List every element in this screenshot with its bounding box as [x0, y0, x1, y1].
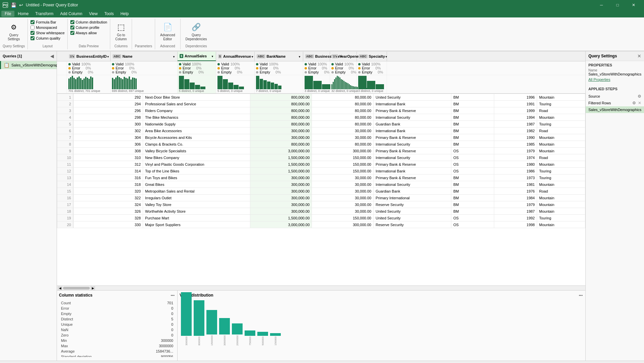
go-to-column-label: Go toColumn	[115, 33, 127, 41]
menu-home[interactable]: Home	[14, 11, 32, 17]
col-header-businessentityid[interactable]: 1²₃ BusinessEntityID	[67, 52, 111, 61]
advanced-editor-button[interactable]: 📄 AdvancedEditor	[158, 20, 177, 43]
col-header-businesstype[interactable]: ABC BusinessType	[303, 52, 330, 61]
query-item-sales[interactable]: 📋 Sales_vStoreWithDemographics	[0, 61, 57, 69]
step-gear-icon[interactable]: ⚙	[632, 101, 636, 105]
val-dist-menu[interactable]: •••	[578, 293, 583, 298]
formula-bar-checkbox[interactable]: Formula Bar	[30, 20, 56, 24]
table-row[interactable]: 10 310 New Bikes Company 1,500,000.00 15…	[57, 154, 585, 161]
query-settings-button[interactable]: ⚙ QuerySettings	[5, 20, 22, 43]
data-rows-container[interactable]: 1 292 Next-Door Bike Store 800,000.00 80…	[57, 94, 585, 286]
chart-name: 699 distinct, 697 unique	[111, 75, 178, 93]
collapse-queries-button[interactable]: ◀	[50, 53, 54, 59]
col-distribution-checkbox[interactable]: Column distribution	[70, 20, 107, 24]
menu-help[interactable]: Help	[117, 11, 132, 17]
all-properties-link[interactable]: All Properties	[588, 77, 610, 82]
always-allow-check[interactable]	[70, 31, 74, 35]
distinct-label-bt: 3 distinct, 0 unique	[305, 89, 328, 93]
menu-tools[interactable]: Tools	[101, 11, 117, 17]
row-number: 1	[57, 94, 73, 101]
column-quality-check[interactable]	[30, 36, 35, 40]
table-row[interactable]: 2 294 Professional Sales and Service 800…	[57, 101, 585, 107]
show-whitespace-checkbox[interactable]: Show whitespace	[30, 31, 65, 35]
col-header-name[interactable]: ABC Name	[111, 52, 178, 61]
table-row[interactable]: 1 292 Next-Door Bike Store 800,000.00 80…	[57, 94, 585, 101]
val-bar-wrapper: 300000	[181, 292, 192, 346]
scroll-left-btn[interactable]: ◀	[58, 286, 62, 290]
table-row[interactable]: 5 300 Nationwide Supply 800,000.00 80,00…	[57, 121, 585, 127]
col-header-specialty[interactable]: ABC Specialty	[357, 52, 387, 61]
step-close-icon[interactable]: ✕	[638, 101, 641, 105]
menu-add-column[interactable]: Add Column	[57, 11, 86, 17]
table-row[interactable]: 15 320 Metropolitan Sales and Rental 300…	[57, 188, 585, 195]
table-row[interactable]: 16 322 Irregulars Outlet 300,000.00 30,0…	[57, 195, 585, 201]
go-to-column-button[interactable]: ⬚ Go toColumn	[113, 20, 129, 43]
close-right-panel-button[interactable]: ✕	[637, 53, 641, 59]
col-filter-annualrevenue[interactable]	[251, 54, 254, 58]
step-gear-icon[interactable]: ⚙	[638, 94, 641, 99]
table-row[interactable]: 14 318 Great Bikes 300,000.00 30,000.00 …	[57, 181, 585, 188]
table-row[interactable]: 17 324 Valley Toy Store 300,000.00 30,00…	[57, 201, 585, 208]
title-bar-quick-undo[interactable]: ↩	[19, 2, 23, 8]
table-row[interactable]: 12 314 Top of the Line Bikes 1,500,000.0…	[57, 168, 585, 174]
chart-businesstype: 3 distinct, 0 unique	[303, 75, 330, 93]
table-row[interactable]: 11 312 Vinyl and Plastic Goods Corporati…	[57, 161, 585, 168]
col-distribution-check[interactable]	[70, 20, 74, 24]
cell-yearopened: 1984	[494, 195, 537, 201]
cell-annualrevenue: 30,000.00	[312, 134, 374, 141]
maximize-button[interactable]: □	[610, 0, 625, 10]
close-button[interactable]: ✕	[626, 0, 641, 10]
title-bar-quick-save[interactable]: 💾	[11, 2, 16, 8]
stat-value: 1584736...	[132, 349, 175, 354]
table-row[interactable]: 3 296 Riders Company 800,000.00 80,000.0…	[57, 107, 585, 114]
col-stats-scroll[interactable]: Count701Error0Empty0Distinct5Unique0NaN0…	[59, 300, 175, 357]
col-type-name: ABC	[113, 54, 121, 58]
table-row[interactable]: 4 298 The Bike Mechanics 800,000.00 80,0…	[57, 114, 585, 121]
formula-bar-check[interactable]	[30, 20, 35, 24]
table-row[interactable]: 9 308 Valley Bicycle Specialists 3,000,0…	[57, 148, 585, 154]
table-row[interactable]: 7 304 Bicycle Accessories and Kits 300,0…	[57, 134, 585, 141]
col-filter-annualsales[interactable]	[211, 54, 214, 58]
col-header-annualsales[interactable]: $ AnnualSales	[178, 52, 216, 61]
column-quality-checkbox[interactable]: Column quality	[30, 36, 60, 40]
scroll-thumb-h[interactable]	[63, 287, 90, 290]
ribbon-group-advanced: 📄 AdvancedEditor Advanced	[155, 19, 180, 49]
query-dependencies-button[interactable]: 🔗 QueryDependencies	[183, 20, 209, 43]
step-item-source[interactable]: Source⚙	[586, 93, 644, 100]
col-filter-bankname[interactable]	[298, 54, 301, 58]
minimize-button[interactable]: ─	[594, 0, 609, 10]
val-bar-wrapper: 2000000	[232, 323, 243, 346]
table-row[interactable]: 13 316 Fun Toys and Bikes 300,000.00 30,…	[57, 174, 585, 181]
monospaced-checkbox[interactable]: Monospaced	[30, 25, 57, 30]
dot-empty-ar	[217, 71, 220, 73]
col-profile-checkbox[interactable]: Column profile	[70, 25, 100, 30]
col-filter-name[interactable]	[173, 54, 175, 58]
stat-error-bt: Error0%	[305, 66, 328, 70]
table-row[interactable]: 20 330 Major Sport Suppliers 3,000,000.0…	[57, 221, 585, 228]
col-header-bankname[interactable]: ABC BankName	[255, 52, 303, 61]
app-icon: PQ	[3, 2, 8, 8]
menu-file[interactable]: File	[1, 11, 14, 17]
step-item-sales-vstore[interactable]: Sales_vStoreWithDemographics✕	[586, 106, 644, 113]
scrollbar-h-area[interactable]: ◀ ▶	[57, 286, 585, 290]
cell-businesstype: BM	[451, 188, 494, 195]
col-filter-specialty[interactable]	[385, 54, 388, 58]
distinct-label-yo: 32 distinct, 0 unique	[331, 89, 355, 93]
table-row[interactable]: 6 302 Area Bike Accessories 300,000.00 3…	[57, 127, 585, 134]
show-whitespace-check[interactable]	[30, 31, 35, 35]
menu-view[interactable]: View	[86, 11, 101, 17]
column-headers-area: 1²₃ BusinessEntityID ABC Name	[57, 51, 585, 94]
col-header-yearopened[interactable]: 1²₃ YearOpened	[330, 52, 357, 61]
col-stats-menu[interactable]: •••	[170, 293, 175, 298]
table-row[interactable]: 18 326 Worthwhile Activity Store 300,000…	[57, 208, 585, 215]
step-item-filtered-rows[interactable]: Filtered Rows⚙✕	[586, 100, 644, 106]
col-header-annualrevenue[interactable]: $ AnnualRevenue	[216, 52, 255, 61]
menu-transform[interactable]: Transform	[32, 11, 57, 17]
col-profile-check[interactable]	[70, 25, 74, 30]
always-allow-checkbox[interactable]: Always allow	[70, 31, 97, 35]
monospaced-check[interactable]	[30, 25, 35, 30]
table-row[interactable]: 19 328 Purchase Mart 1,500,000.00 150,00…	[57, 215, 585, 221]
scroll-right-btn[interactable]: ▶	[90, 286, 95, 290]
table-row[interactable]: 8 306 Clamps & Brackets Co. 800,000.00 8…	[57, 141, 585, 148]
col-filter-beid[interactable]	[107, 54, 109, 58]
